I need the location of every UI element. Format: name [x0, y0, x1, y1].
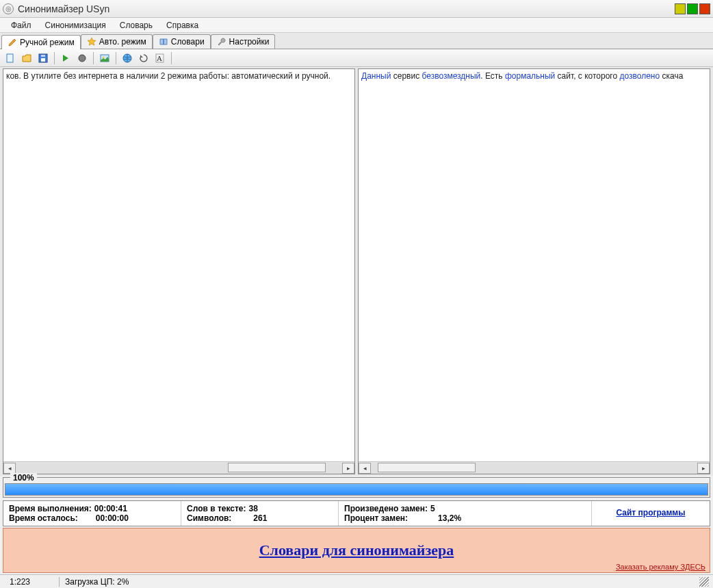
text-run: скача [660, 71, 683, 81]
resize-grip[interactable] [699, 577, 709, 587]
stats-link-cell: Сайт программы [592, 501, 710, 526]
scroll-right-button[interactable]: ▸ [697, 463, 710, 474]
time-exec-label: Время выполнения: [9, 504, 92, 513]
tab-auto-label: Авто. режим [99, 37, 146, 47]
new-file-button[interactable] [3, 51, 18, 66]
menu-dictionary[interactable]: Словарь [113, 19, 159, 31]
ad-order-link[interactable]: Заказать рекламу ЗДЕСЬ [616, 563, 705, 571]
synonym-word[interactable]: дозволено [619, 71, 660, 81]
window-close-button[interactable] [699, 3, 710, 14]
synonym-word[interactable]: Данный [361, 71, 391, 81]
tab-manual[interactable]: Ручной режим [1, 35, 81, 49]
tab-settings[interactable]: Настройки [211, 34, 276, 49]
toolbar-separator [93, 52, 94, 64]
status-cpu: Загрузка ЦП: 2% [59, 577, 134, 587]
ad-banner: Словари для синонимайзера Заказать рекла… [3, 528, 710, 573]
pencil-icon [8, 38, 17, 47]
svg-point-4 [79, 55, 86, 62]
ad-main-link[interactable]: Словари для синонимайзера [259, 541, 454, 559]
window-title: Синонимайзер USyn [18, 3, 673, 14]
open-file-button[interactable] [19, 51, 34, 66]
toolbar-separator [171, 52, 172, 64]
synonym-word[interactable]: формальный [505, 71, 555, 81]
left-hscrollbar[interactable]: ◂ ▸ [3, 461, 354, 474]
stats-row: Время выполнения:00:00:41 Время осталось… [3, 500, 710, 526]
text-run: сайт, с которого [555, 71, 619, 81]
time-exec-value: 00:00:41 [94, 504, 127, 513]
svg-rect-2 [41, 58, 45, 62]
status-position: 1:223 [4, 577, 59, 587]
chars-label: Символов: [187, 513, 231, 523]
time-left-value: 00:00:00 [96, 513, 129, 523]
progress-bar [5, 483, 708, 496]
menu-file[interactable]: Файл [4, 19, 38, 31]
editor-area: ков. В утилите без интернета в наличии 2… [0, 67, 713, 476]
save-button[interactable] [36, 51, 51, 66]
tab-dicts[interactable]: Словари [153, 34, 211, 49]
star-icon [87, 37, 96, 47]
left-editor[interactable]: ков. В утилите без интернета в наличии 2… [3, 69, 354, 461]
text-run: сервис [391, 71, 422, 81]
text-run: . Есть [480, 71, 505, 81]
scroll-right-button[interactable]: ▸ [342, 463, 354, 474]
tab-settings-label: Настройки [229, 37, 270, 47]
scroll-left-button[interactable]: ◂ [359, 463, 371, 474]
scroll-thumb[interactable] [228, 463, 326, 472]
right-editor-pane: Данный сервис безвозмездный. Есть формал… [358, 68, 710, 474]
synonym-word[interactable]: безвозмездный [422, 71, 480, 81]
menu-synonymize[interactable]: Синонимизация [38, 19, 113, 31]
stop-button[interactable] [75, 51, 90, 66]
refresh-button[interactable] [136, 51, 151, 66]
words-label: Слов в тексте: [187, 504, 246, 513]
scroll-left-button[interactable]: ◂ [3, 463, 16, 474]
pct-label: Процент замен: [344, 513, 408, 523]
scroll-track[interactable] [371, 463, 697, 474]
globe-button[interactable] [120, 51, 135, 66]
progress-fill [5, 484, 708, 495]
svg-text:A: A [157, 54, 162, 62]
wrench-icon [217, 37, 226, 47]
stats-replacements: Произведено замен:5 Процент замен:13,2% [339, 501, 592, 526]
app-icon: ◎ [3, 3, 14, 14]
svg-rect-3 [41, 55, 45, 57]
chars-value: 261 [253, 513, 267, 523]
picture-button[interactable] [97, 51, 112, 66]
run-button[interactable] [58, 51, 73, 66]
progress-label: 100% [10, 473, 37, 483]
right-editor[interactable]: Данный сервис безвозмездный. Есть формал… [359, 69, 710, 461]
menubar: Файл Синонимизация Словарь Справка [0, 18, 713, 33]
toolbar-separator [116, 52, 116, 64]
svg-rect-0 [7, 54, 13, 62]
toolbar-separator [54, 52, 55, 64]
stats-time: Время выполнения:00:00:41 Время осталось… [3, 501, 181, 526]
tab-manual-label: Ручной режим [20, 38, 75, 47]
window-maximize-button[interactable] [687, 3, 698, 14]
book-icon [159, 37, 168, 47]
scroll-track[interactable] [16, 463, 342, 474]
toolbar: A [0, 49, 713, 67]
progress-section: 100% [3, 477, 710, 498]
site-link[interactable]: Сайт программы [617, 508, 686, 517]
replaced-value: 5 [430, 504, 435, 513]
replaced-label: Произведено замен: [344, 504, 428, 513]
stats-words: Слов в тексте:38 Символов:261 [181, 501, 339, 526]
right-hscrollbar[interactable]: ◂ ▸ [359, 461, 710, 474]
pct-value: 13,2% [438, 513, 461, 523]
left-editor-pane: ков. В утилите без интернета в наличии 2… [3, 68, 355, 474]
tab-auto[interactable]: Авто. режим [81, 34, 153, 49]
font-button[interactable]: A [153, 51, 168, 66]
statusbar: 1:223 Загрузка ЦП: 2% [0, 574, 713, 588]
tabbar: Ручной режим Авто. режим Словари Настрой… [0, 33, 713, 49]
tab-dicts-label: Словари [171, 37, 205, 47]
menu-help[interactable]: Справка [159, 19, 205, 31]
window-minimize-button[interactable] [675, 3, 686, 14]
scroll-thumb[interactable] [378, 463, 476, 472]
titlebar: ◎ Синонимайзер USyn [0, 0, 713, 18]
words-value: 38 [249, 504, 258, 513]
time-left-label: Время осталось: [9, 513, 78, 523]
